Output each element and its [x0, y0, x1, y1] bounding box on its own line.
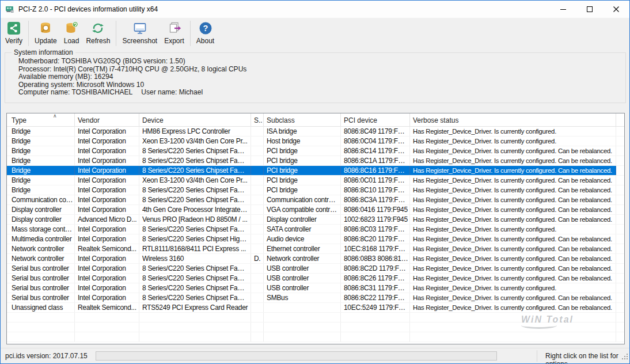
column-header-device[interactable]: Device — [139, 113, 251, 126]
table-row[interactable]: Multimedia controllerIntel Corporation8 … — [7, 234, 624, 244]
cell-subclass: PCI bridge — [264, 156, 341, 165]
svg-text:?: ? — [203, 24, 208, 33]
cell-verbose: Has Register_Device_Driver. Is currently… — [410, 127, 616, 136]
sort-ascending-icon: ∧ — [53, 113, 57, 119]
title-bar[interactable]: PCI-Z 2.0 - PCI devices information util… — [1, 1, 629, 18]
cell-vendor: Intel Corporation — [75, 185, 139, 195]
status-hint: Right click on the list for options. — [545, 352, 629, 364]
maximize-button[interactable] — [576, 1, 603, 18]
verify-button[interactable]: Verify — [2, 20, 26, 45]
table-row[interactable]: BridgeIntel Corporation8 Series/C220 Ser… — [7, 156, 624, 166]
resize-grip[interactable] — [621, 352, 628, 362]
statusbar-separator — [537, 350, 537, 362]
cell-s: D. — [251, 254, 264, 263]
cell-vendor: Intel Corporation — [75, 156, 139, 165]
column-header-subclass[interactable]: Subclass — [264, 113, 341, 126]
database-load-icon — [64, 21, 78, 35]
cell-device: 8 Series/C220 Series Chipset Famil... — [139, 225, 251, 234]
cell-vendor: Intel Corporation — [75, 254, 139, 263]
cell-s — [251, 156, 264, 165]
cell-subclass: PCI bridge — [264, 176, 341, 185]
about-button[interactable]: ? About — [193, 20, 218, 45]
question-circle-icon: ? — [199, 21, 212, 35]
cell-subclass — [264, 313, 341, 322]
table-row[interactable]: Communication contr...Intel Corporation8… — [7, 195, 624, 205]
motherboard-line: Motherboard: TOSHIBA VG20SQ (BIOS versio… — [18, 58, 625, 66]
cell-pci_device: 8086:8C20 1179:F943 — [341, 234, 410, 244]
cell-verbose: Has Register_Device_Driver. Is currently… — [410, 205, 616, 214]
status-bar: pci.ids version: 2017.07.15 Right click … — [1, 348, 629, 363]
export-button[interactable]: Export — [161, 20, 188, 45]
cell-s — [251, 323, 264, 332]
cell-vendor: Intel Corporation — [75, 195, 139, 204]
cell-type — [7, 323, 75, 332]
table-row[interactable]: BridgeIntel Corporation8 Series/C220 Ser… — [7, 146, 624, 156]
update-button[interactable]: Update — [31, 20, 60, 45]
cell-filler — [616, 244, 624, 253]
column-header-verbose[interactable]: Verbose status — [410, 113, 616, 126]
monitor-icon — [133, 21, 147, 35]
cell-device: 8 Series/C220 Series Chipset Famil... — [139, 166, 251, 175]
cell-pci_device: 1002:6823 1179:F945 — [341, 215, 410, 224]
table-row[interactable]: Unassigned classRealtek Semicond...RTS52… — [7, 303, 624, 313]
column-header-s[interactable]: S.. — [251, 113, 264, 126]
table-row[interactable]: Serial bus controllerIntel Corporation8 … — [7, 293, 624, 303]
table-row[interactable]: BridgeIntel Corporation8 Series/C220 Ser… — [7, 166, 624, 176]
table-row[interactable]: BridgeIntel CorporationHM86 Express LPC … — [7, 127, 624, 136]
table-row[interactable]: Serial bus controllerIntel Corporation8 … — [7, 274, 624, 283]
watermark-swoosh — [521, 322, 557, 329]
cell-s — [251, 225, 264, 234]
cell-vendor: Intel Corporation — [75, 283, 139, 293]
table-row[interactable]: Display controllerIntel Corporation4th G… — [7, 205, 624, 215]
cell-filler — [616, 293, 624, 302]
cell-device: 8 Series/C220 Series Chipset High ... — [139, 234, 251, 244]
verify-label: Verify — [5, 37, 22, 45]
minimize-button[interactable] — [550, 1, 576, 18]
table-row[interactable]: Mass storage controllerIntel Corporation… — [7, 225, 624, 234]
table-row[interactable]: BridgeIntel CorporationXeon E3-1200 v3/4… — [7, 176, 624, 185]
table-row[interactable]: BridgeIntel CorporationXeon E3-1200 v3/4… — [7, 136, 624, 146]
load-button[interactable]: Load — [60, 20, 83, 45]
empty-row — [7, 332, 624, 342]
minimize-icon — [560, 6, 567, 13]
cell-vendor: Intel Corporation — [75, 166, 139, 175]
toolbar-separator — [116, 21, 116, 46]
refresh-button[interactable]: Refresh — [82, 20, 113, 45]
cell-vendor: Advanced Micro D... — [75, 215, 139, 224]
cell-verbose: Has Register_Device_Driver. Is currently… — [410, 166, 616, 175]
cell-filler — [616, 274, 624, 283]
cell-subclass: Ethernet controller — [264, 244, 341, 253]
table-row[interactable]: Network controllerIntel CorporationWirel… — [7, 254, 624, 264]
toolbar: Verify Update — [1, 18, 629, 48]
cell-filler — [616, 234, 624, 244]
user-name: User name: Michael — [141, 88, 203, 96]
system-info-group: System information Motherboard: TOSHIBA … — [5, 52, 626, 103]
cell-device: 8 Series/C220 Series Chipset Famil... — [139, 156, 251, 165]
cell-filler — [616, 215, 624, 224]
cell-pci_device: 8086:8C22 1179:F940 — [341, 293, 410, 302]
cell-device — [139, 332, 251, 342]
cell-s — [251, 136, 264, 146]
table-row[interactable]: Display controllerAdvanced Micro D...Ven… — [7, 215, 624, 225]
column-header-pci_device[interactable]: PCI device — [341, 113, 410, 126]
cell-pci_device — [341, 332, 410, 342]
column-header-vendor[interactable]: Vendor — [75, 113, 139, 126]
cell-type: Bridge — [7, 185, 75, 195]
table-row[interactable]: Network controllerRealtek Semicond...RTL… — [7, 244, 624, 254]
cell-verbose: Has Register_Device_Driver. Is currently… — [410, 254, 616, 263]
cell-device: 8 Series/C220 Series Chipset Famil... — [139, 293, 251, 302]
cell-subclass: Host bridge — [264, 136, 341, 146]
update-label: Update — [35, 37, 57, 45]
table-row[interactable]: BridgeIntel Corporation8 Series/C220 Ser… — [7, 185, 624, 195]
resize-grip-icon — [621, 352, 628, 360]
column-header-type[interactable]: Type — [7, 113, 75, 126]
table-row[interactable]: Serial bus controllerIntel Corporation8 … — [7, 283, 624, 293]
close-button[interactable] — [603, 1, 629, 18]
cell-vendor — [75, 332, 139, 342]
screenshot-button[interactable]: Screenshot — [119, 20, 161, 45]
maximize-icon — [587, 6, 593, 13]
cell-verbose: Has Register_Device_Driver. Is currently… — [410, 234, 616, 244]
column-header-filler — [616, 113, 624, 126]
table-row[interactable]: Serial bus controllerIntel Corporation8 … — [7, 264, 624, 274]
cell-subclass: VGA compatible controller — [264, 205, 341, 214]
